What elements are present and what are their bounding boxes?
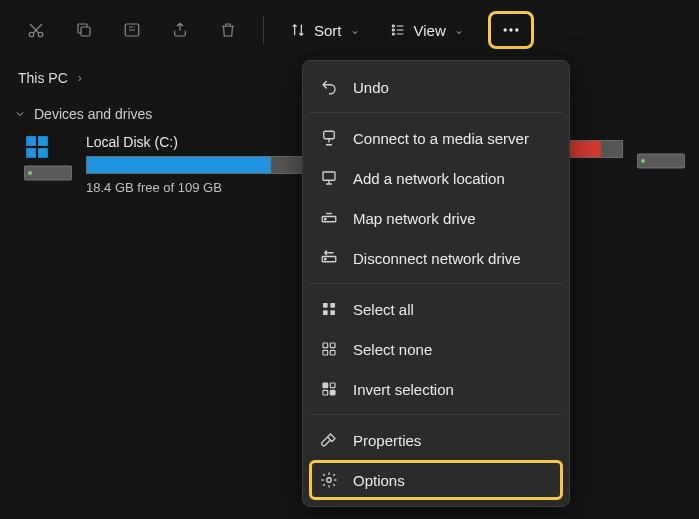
menu-label: Connect to a media server (353, 130, 529, 147)
menu-options[interactable]: Options (309, 460, 563, 500)
menu-label: Select all (353, 301, 414, 318)
select-all-icon (319, 299, 339, 319)
svg-point-1 (38, 32, 43, 37)
menu-label: Add a network location (353, 170, 505, 187)
more-button[interactable] (488, 11, 534, 49)
svg-rect-27 (330, 310, 335, 315)
menu-connect-media-server[interactable]: Connect to a media server (309, 118, 563, 158)
copy-button[interactable] (63, 11, 105, 49)
undo-icon (319, 77, 339, 97)
svg-point-8 (509, 28, 512, 31)
svg-rect-31 (330, 350, 335, 355)
ellipsis-icon (501, 20, 521, 40)
disk-icon (24, 164, 72, 182)
svg-point-23 (325, 258, 327, 260)
svg-point-36 (327, 478, 332, 483)
context-menu: Undo Connect to a media server Add a net… (302, 60, 570, 507)
sort-icon (290, 22, 306, 38)
svg-rect-24 (323, 303, 328, 308)
drive-name: Local Disk (C:) (86, 134, 310, 150)
menu-label: Select none (353, 341, 432, 358)
menu-add-network-location[interactable]: Add a network location (309, 158, 563, 198)
breadcrumb-root[interactable]: This PC (18, 70, 68, 86)
view-label: View (414, 22, 446, 39)
svg-point-21 (325, 218, 327, 220)
menu-separator (309, 414, 563, 415)
svg-rect-19 (323, 172, 335, 180)
drive-free-text: 18.4 GB free of 109 GB (86, 180, 310, 195)
svg-rect-35 (330, 390, 335, 395)
disk-icon (637, 152, 685, 170)
svg-rect-12 (26, 148, 36, 158)
usage-bar (86, 156, 310, 174)
section-label: Devices and drives (34, 106, 152, 122)
menu-undo[interactable]: Undo (309, 67, 563, 107)
menu-separator (309, 283, 563, 284)
rename-button[interactable] (111, 11, 153, 49)
menu-select-all[interactable]: Select all (309, 289, 563, 329)
drive-item[interactable]: Local Disk (C:) 18.4 GB free of 109 GB (24, 134, 310, 195)
svg-rect-2 (81, 27, 90, 36)
svg-rect-10 (26, 136, 36, 146)
menu-label: Map network drive (353, 210, 476, 227)
windows-icon (24, 134, 72, 160)
chevron-down-icon: ⌄ (350, 23, 360, 37)
svg-rect-13 (38, 148, 48, 158)
gear-icon (319, 470, 339, 490)
menu-label: Properties (353, 432, 421, 449)
view-button[interactable]: View ⌄ (378, 11, 476, 49)
disconnect-drive-icon (319, 248, 339, 268)
svg-point-4 (392, 25, 394, 27)
menu-disconnect-network-drive[interactable]: Disconnect network drive (309, 238, 563, 278)
network-location-icon (319, 168, 339, 188)
svg-rect-18 (324, 131, 335, 139)
sort-button[interactable]: Sort ⌄ (278, 11, 372, 49)
toolbar: Sort ⌄ View ⌄ (0, 0, 699, 60)
svg-rect-32 (323, 383, 328, 388)
svg-rect-28 (323, 343, 328, 348)
invert-selection-icon (319, 379, 339, 399)
menu-label: Options (353, 472, 405, 489)
delete-button[interactable] (207, 11, 249, 49)
properties-icon (319, 430, 339, 450)
menu-select-none[interactable]: Select none (309, 329, 563, 369)
svg-point-9 (515, 28, 518, 31)
share-button[interactable] (159, 11, 201, 49)
menu-label: Invert selection (353, 381, 454, 398)
menu-label: Disconnect network drive (353, 250, 521, 267)
menu-map-network-drive[interactable]: Map network drive (309, 198, 563, 238)
chevron-down-icon: ⌄ (454, 23, 464, 37)
menu-properties[interactable]: Properties (309, 420, 563, 460)
chevron-right-icon: › (78, 71, 82, 85)
svg-point-0 (29, 32, 34, 37)
svg-point-5 (392, 29, 394, 31)
menu-separator (309, 112, 563, 113)
svg-rect-34 (323, 390, 328, 395)
chevron-down-icon (14, 108, 26, 120)
svg-rect-11 (38, 136, 48, 146)
select-none-icon (319, 339, 339, 359)
svg-point-15 (28, 171, 32, 175)
map-drive-icon (319, 208, 339, 228)
svg-point-17 (641, 159, 645, 163)
svg-rect-29 (330, 343, 335, 348)
svg-rect-30 (323, 350, 328, 355)
svg-point-6 (392, 33, 394, 35)
media-server-icon (319, 128, 339, 148)
svg-rect-25 (330, 303, 335, 308)
menu-invert-selection[interactable]: Invert selection (309, 369, 563, 409)
svg-rect-26 (323, 310, 328, 315)
svg-rect-33 (330, 383, 335, 388)
cut-button[interactable] (15, 11, 57, 49)
menu-label: Undo (353, 79, 389, 96)
sort-label: Sort (314, 22, 342, 39)
view-icon (390, 22, 406, 38)
svg-point-7 (503, 28, 506, 31)
toolbar-separator (263, 16, 264, 44)
